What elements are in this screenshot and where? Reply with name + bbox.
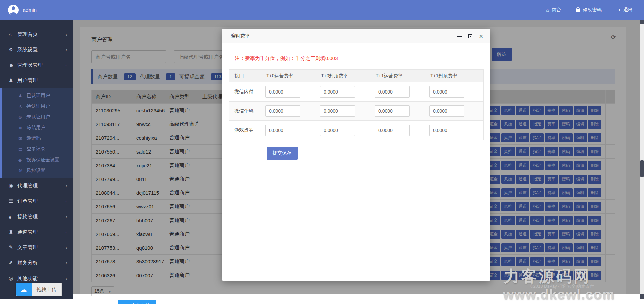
submenu-item-label: 登录记录 [26, 146, 45, 152]
submit-save-button[interactable]: 提交保存 [267, 147, 298, 160]
topbar-nav: ⌂ 前台 修改密码 ➔ 退出 [546, 7, 644, 13]
t0-operating-rate-input[interactable] [265, 125, 300, 136]
home-icon: ⌂ [9, 32, 17, 37]
t1-operating-rate-input[interactable] [375, 86, 410, 98]
submenu-item[interactable]: ♙ 待认证用户 [2, 101, 73, 112]
t1-operating-rate-input[interactable] [375, 105, 410, 117]
rate-table-body: 微信内付 [229, 82, 483, 140]
drag-upload-button[interactable]: ☁ 拖拽上传 [118, 300, 156, 304]
rate-cell [261, 102, 316, 120]
chevron-left-icon: ‹ [66, 245, 67, 250]
close-icon[interactable]: × [479, 33, 483, 40]
modal-window-controls: × [457, 29, 483, 43]
submenu-item[interactable]: ▤ 登录记录 [2, 144, 73, 155]
col-t0-operating-rate: T+0运营费率 [261, 70, 316, 82]
t1-cap-rate-input[interactable] [429, 125, 464, 136]
submenu-item[interactable]: ⚒ 风控设置 [2, 165, 73, 176]
submenu-item-icon: ✉ [18, 136, 26, 141]
withdraw-icon: ♠ [9, 214, 17, 220]
sidebar-item-order-management[interactable]: ☰ 订单管理 ‹ [0, 193, 73, 209]
scrollbar-thumb[interactable] [640, 160, 644, 177]
user-avatar-icon [8, 5, 19, 15]
rate-note: 注：费率为千分位，例如：千分之三则填0.003 [235, 55, 490, 62]
t0-cap-rate-input[interactable] [320, 125, 355, 136]
submenu-item-label: 邀请码 [26, 135, 41, 141]
nav-logout[interactable]: ➔ 退出 [616, 7, 633, 13]
nav-front-site[interactable]: ⌂ 前台 [546, 7, 561, 13]
rate-cell [316, 121, 370, 140]
vertical-scrollbar[interactable] [640, 20, 644, 299]
minimize-icon[interactable] [457, 36, 462, 37]
scroll-down-arrow[interactable] [640, 294, 644, 299]
submenu-item[interactable]: ♟ 已认证用户 [2, 90, 73, 101]
scroll-up-arrow[interactable] [640, 20, 644, 24]
users-icon: ♟ [9, 77, 17, 83]
submenu-item[interactable]: ⊗ 冻结用户 [2, 122, 73, 133]
topbar-user[interactable]: admin [0, 5, 37, 15]
t0-operating-rate-input[interactable] [265, 86, 300, 98]
drag-upload-widget[interactable]: ☁ 拖拽上传 [16, 283, 62, 296]
interface-label: 微信个码 [229, 102, 261, 120]
drag-upload-label: 拖拽上传 [32, 283, 61, 296]
submenu-item[interactable]: ✉ 邀请码 [2, 133, 73, 144]
submenu-item[interactable]: ◆ 投诉保证金设置 [2, 155, 73, 165]
submenu-item-icon: ⊗ [18, 125, 26, 130]
chevron-left-icon: ‹ [66, 183, 67, 188]
col-t0-cap-rate: T+0封顶费率 [316, 70, 370, 82]
submenu-item[interactable]: ⊕ 未认证用户 [2, 112, 73, 122]
chevron-left-icon: ‹ [66, 276, 67, 281]
sidebar-item-agent-management[interactable]: ◉ 代理管理 ‹ [0, 178, 73, 193]
sidebar-item-user-management[interactable]: ♟ 用户管理 ˇ [0, 73, 73, 88]
user-management-submenu: ♟ 已认证用户 ♙ 待认证用户 ⊕ 未认证用户 ⊗ 冻结用户 [0, 88, 73, 178]
chevron-left-icon: ‹ [66, 47, 67, 52]
cloud-upload-icon: ☁ [16, 283, 32, 296]
submenu-item-label: 冻结用户 [26, 125, 45, 131]
t0-cap-rate-input[interactable] [320, 86, 355, 98]
nav-change-password[interactable]: 修改密码 [576, 7, 601, 13]
maximize-icon[interactable] [468, 34, 472, 38]
chevron-down-icon: ˇ [66, 78, 67, 83]
watermark-url: www.dkewl.com [503, 287, 615, 302]
submenu-item-icon: ♟ [18, 93, 26, 98]
t1-cap-rate-input[interactable] [429, 86, 464, 98]
rate-row: 微信个码 [229, 102, 483, 121]
modal-header[interactable]: 编辑费率 × [222, 29, 490, 43]
drag-upload-button-label: 拖拽上传 [131, 303, 150, 304]
topbar: admin ⌂ 前台 修改密码 ➔ 退出 [0, 0, 644, 20]
rate-cell [261, 82, 316, 101]
t1-operating-rate-input[interactable] [375, 125, 410, 136]
t0-cap-rate-input[interactable] [320, 105, 355, 117]
edit-rate-modal: 编辑费率 × 注：费率为千分位，例如：千分之三则填0.003 接口 T+0运营费… [222, 29, 490, 281]
sidebar-item-home[interactable]: ⌂ 管理首页 ‹ [0, 26, 73, 42]
col-interface: 接口 [229, 70, 261, 82]
channel-icon: ♜ [9, 229, 17, 235]
sidebar-item-withdraw-management[interactable]: ♠ 提款管理 ‹ [0, 209, 73, 224]
gears-icon: ⚙ [9, 47, 17, 53]
sidebar-item-channel-management[interactable]: ♜ 通道管理 ‹ [0, 224, 73, 240]
submenu-item-icon: ⊕ [18, 115, 26, 120]
rate-row: 游戏点券 [229, 121, 483, 140]
rate-table-header: 接口 T+0运营费率 T+0封顶费率 T+1运营费率 T+1封顶费率 [229, 70, 483, 82]
sidebar-item-finance-analysis[interactable]: ⇗ 财务分析 ‹ [0, 255, 73, 270]
sidebar-item-system-settings[interactable]: ⚙ 系统设置 ‹ [0, 42, 73, 57]
chevron-left-icon: ‹ [66, 260, 67, 265]
t1-cap-rate-input[interactable] [429, 105, 464, 117]
submenu-item-label: 已认证用户 [26, 93, 50, 99]
rate-cell [316, 82, 370, 101]
chevron-left-icon: ‹ [66, 199, 67, 204]
rate-cell [370, 102, 425, 120]
sidebar-item-admin-management[interactable]: ☻ 管理员管理 ‹ [0, 57, 73, 73]
chevron-left-icon: ‹ [66, 214, 67, 219]
t0-operating-rate-input[interactable] [265, 105, 300, 117]
home-icon: ⌂ [546, 7, 549, 12]
submenu-item-label: 投诉保证金设置 [26, 157, 59, 163]
other-icon: ◎ [9, 275, 17, 281]
rate-cell [425, 82, 484, 101]
username: admin [23, 7, 37, 13]
submenu-item-icon: ⚒ [18, 168, 26, 173]
sidebar-item-article-management[interactable]: ✎ 文章管理 ‹ [0, 240, 73, 255]
rate-table: 接口 T+0运营费率 T+0封顶费率 T+1运营费率 T+1封顶费率 微信内付 [229, 69, 484, 140]
rate-cell [370, 82, 425, 101]
lock-icon [576, 9, 580, 12]
finance-icon: ⇗ [9, 260, 17, 266]
